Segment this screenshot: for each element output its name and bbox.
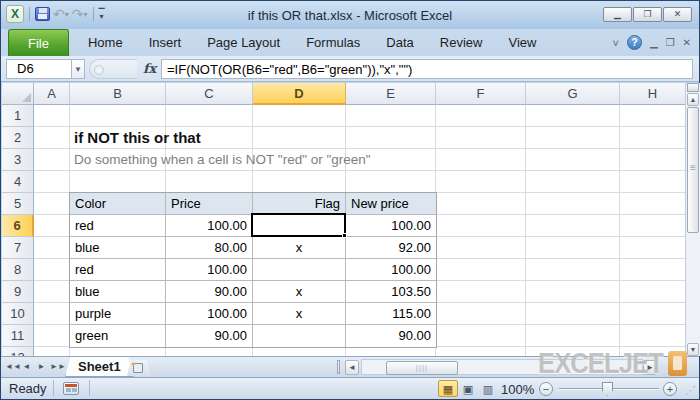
cell[interactable]: 100.00 [166, 215, 253, 237]
cell[interactable]: 100.00 [166, 259, 253, 281]
table-header-cell[interactable]: New price [346, 193, 436, 215]
name-box[interactable]: D6 [6, 59, 71, 79]
row-header-1[interactable]: 1 [2, 105, 34, 127]
column-header-E[interactable]: E [346, 83, 436, 105]
cell[interactable]: 100.00 [346, 259, 436, 281]
column-header-F[interactable]: F [436, 83, 526, 105]
resize-grip[interactable]: ⋰ [685, 384, 697, 397]
cell[interactable]: 90.00 [166, 325, 253, 347]
close-button[interactable]: ✕ [663, 7, 692, 22]
cell[interactable]: purple [70, 303, 166, 325]
fill-handle[interactable] [342, 233, 347, 238]
undo-button[interactable]: ↶▾ [53, 7, 69, 21]
cell[interactable]: red [70, 215, 166, 237]
row-header-9[interactable]: 9 [2, 281, 34, 303]
column-header-D[interactable]: D [253, 83, 346, 105]
macro-record-icon[interactable] [63, 382, 79, 395]
tab-split-handle[interactable] [337, 360, 340, 374]
selected-cell-outline[interactable] [251, 213, 346, 237]
insert-worksheet-button[interactable]: ✦ [127, 360, 151, 376]
page-break-view-button[interactable]: ▥ [478, 380, 498, 397]
cell[interactable] [253, 259, 346, 281]
column-header-B[interactable]: B [70, 83, 166, 105]
cell[interactable]: blue [70, 237, 166, 259]
cells-area[interactable]: if NOT this or that Do something when a … [34, 105, 685, 356]
cell[interactable]: 90.00 [346, 325, 436, 347]
table-header-cell[interactable]: Price [166, 193, 253, 215]
cell[interactable]: x [253, 303, 346, 325]
cell[interactable]: 100.00 [166, 303, 253, 325]
cell[interactable]: 100.00 [346, 215, 436, 237]
tab-insert[interactable]: Insert [136, 29, 195, 56]
workbook-minimize-icon[interactable]: ▁ [650, 37, 658, 49]
table-header-cell[interactable]: Color [70, 193, 166, 215]
cell[interactable]: 103.50 [346, 281, 436, 303]
cell[interactable]: red [70, 259, 166, 281]
name-box-dropdown[interactable]: ▼ [71, 59, 85, 79]
row-header-11[interactable]: 11 [2, 325, 34, 347]
sheet-tab-sheet1[interactable]: Sheet1 [65, 357, 134, 377]
zoom-out-button[interactable]: − [539, 382, 553, 396]
scroll-down-icon[interactable]: ▼ [687, 343, 699, 356]
horizontal-scroll-thumb[interactable] [386, 361, 458, 375]
insert-function-icon[interactable]: fx [143, 61, 156, 76]
cell[interactable]: x [253, 281, 346, 303]
first-sheet-icon[interactable]: ◄◄ [5, 359, 18, 374]
cell[interactable]: blue [70, 281, 166, 303]
zoom-in-button[interactable]: + [663, 382, 677, 396]
row-header-7[interactable]: 7 [2, 237, 34, 259]
restore-button[interactable]: ❐ [633, 7, 662, 22]
tab-home[interactable]: Home [75, 29, 136, 56]
cell[interactable]: x [253, 237, 346, 259]
column-header-G[interactable]: G [526, 83, 620, 105]
next-sheet-icon[interactable]: ► [35, 359, 48, 374]
minimize-ribbon-icon[interactable]: ˅ [613, 38, 619, 48]
cell[interactable] [253, 325, 346, 347]
zoom-slider-thumb[interactable] [602, 382, 613, 396]
cell[interactable]: 80.00 [166, 237, 253, 259]
page-layout-view-button[interactable]: ▣ [458, 380, 478, 397]
redo-button[interactable]: ↷▾ [72, 7, 88, 21]
row-header-12[interactable]: 12 [2, 347, 34, 356]
formula-bar-grip[interactable] [94, 65, 104, 75]
cell[interactable]: 115.00 [346, 303, 436, 325]
prev-sheet-icon[interactable]: ◄ [20, 359, 33, 374]
tab-formulas[interactable]: Formulas [293, 29, 373, 56]
vertical-scrollbar[interactable]: ▲ ▼ [685, 83, 700, 356]
cell[interactable]: green [70, 325, 166, 347]
column-header-H[interactable]: H [620, 83, 685, 105]
save-icon[interactable] [35, 7, 50, 21]
column-header-A[interactable]: A [34, 83, 70, 105]
column-header-C[interactable]: C [166, 83, 253, 105]
workbook-restore-icon[interactable]: ❐ [666, 37, 675, 49]
workbook-close-icon[interactable]: ✕ [683, 37, 691, 49]
row-header-6[interactable]: 6 [2, 215, 34, 237]
row-header-8[interactable]: 8 [2, 259, 34, 281]
normal-view-button[interactable]: ▦ [438, 380, 458, 397]
minimize-button[interactable]: ▁ [603, 7, 632, 22]
table-header-cell[interactable]: Flag [253, 193, 346, 215]
scroll-left-icon[interactable]: ◄ [345, 360, 359, 375]
tab-review[interactable]: Review [427, 29, 496, 56]
formula-input[interactable]: =IF(NOT(OR(B6="red",B6="green")),"x","") [161, 59, 693, 79]
split-handle[interactable] [687, 83, 699, 92]
cell[interactable]: 90.00 [166, 281, 253, 303]
row-header-2[interactable]: 2 [2, 127, 34, 149]
row-header-5[interactable]: 5 [2, 193, 34, 215]
vertical-scroll-thumb[interactable] [687, 107, 699, 233]
select-all-corner[interactable] [2, 83, 34, 105]
row-header-10[interactable]: 10 [2, 303, 34, 325]
cell[interactable]: 92.00 [346, 237, 436, 259]
scroll-up-icon[interactable]: ▲ [687, 93, 699, 106]
tab-file[interactable]: File [8, 29, 69, 56]
excel-logo-icon[interactable]: X [6, 5, 24, 23]
tab-view[interactable]: View [495, 29, 549, 56]
horizontal-scrollbar[interactable] [361, 359, 643, 375]
row-header-3[interactable]: 3 [2, 149, 34, 171]
scroll-right-icon[interactable]: ► [643, 360, 657, 375]
help-icon[interactable]: ? [627, 35, 642, 50]
customize-qat-button[interactable]: ▔▾ [99, 9, 105, 19]
last-sheet-icon[interactable]: ►► [50, 359, 63, 374]
tab-data[interactable]: Data [373, 29, 426, 56]
tab-page-layout[interactable]: Page Layout [194, 29, 293, 56]
